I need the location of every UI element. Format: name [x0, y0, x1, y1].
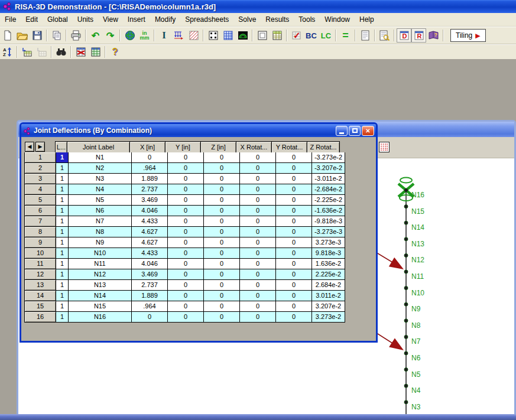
boundary-dots-icon[interactable]: [206, 28, 220, 43]
grid-cell[interactable]: 0: [276, 227, 311, 237]
grid-cell[interactable]: 0: [204, 206, 239, 216]
grid-cell[interactable]: 0: [168, 184, 203, 194]
grid-cell[interactable]: 0: [240, 195, 275, 205]
solve-check-icon[interactable]: ✓: [289, 28, 304, 43]
menu-edit[interactable]: Edit: [21, 14, 43, 25]
grid-cell[interactable]: 0: [240, 248, 275, 258]
grid-cell[interactable]: 0: [204, 259, 239, 269]
grid-cell[interactable]: 0: [204, 174, 239, 184]
row-header[interactable]: 12: [25, 269, 56, 279]
grid-cell[interactable]: 0: [276, 301, 311, 311]
grid-cell[interactable]: 0: [204, 216, 239, 226]
grid-cell[interactable]: 0: [276, 174, 311, 184]
row-header[interactable]: 11: [25, 259, 56, 269]
row-header[interactable]: 3: [25, 174, 56, 184]
help-icon[interactable]: ?: [108, 45, 122, 59]
row-header[interactable]: 8: [25, 227, 56, 237]
grid-cell[interactable]: 1: [56, 163, 68, 173]
grid-cell[interactable]: 1: [56, 237, 68, 248]
grid-cell[interactable]: 0: [168, 312, 203, 322]
insert-row-icon[interactable]: [20, 45, 34, 59]
results-report-icon[interactable]: R: [411, 28, 426, 43]
grid-cell[interactable]: 4.627: [132, 237, 167, 248]
grid-cell[interactable]: N8: [69, 227, 131, 237]
grid-cell[interactable]: 4.433: [132, 248, 167, 258]
grid-cell[interactable]: 0: [168, 152, 203, 162]
grid-cell[interactable]: N14: [69, 291, 131, 301]
grid-cell[interactable]: 0: [204, 312, 239, 322]
menu-solve[interactable]: Solve: [233, 14, 261, 25]
grid-cell[interactable]: 0: [168, 174, 203, 184]
grid-cell[interactable]: 0: [132, 312, 167, 322]
grid-cell[interactable]: 0: [204, 163, 239, 173]
grid-cell[interactable]: 0: [168, 259, 203, 269]
grid-cell[interactable]: 0: [240, 280, 275, 290]
grid-cell[interactable]: N15: [69, 301, 131, 311]
grid-cell[interactable]: 3.273e-2: [312, 312, 345, 322]
grid-cell[interactable]: 0: [204, 195, 239, 205]
grid-cell[interactable]: 0: [276, 248, 311, 258]
grid-cell[interactable]: N10: [69, 248, 131, 258]
grid-cell[interactable]: 4.046: [132, 259, 167, 269]
load-combination-icon[interactable]: LC: [319, 28, 333, 43]
find-binoculars-icon[interactable]: [54, 45, 69, 59]
grid-cell[interactable]: N5: [69, 195, 131, 205]
grid-cell[interactable]: 0: [240, 301, 275, 311]
grid-cell[interactable]: 0: [240, 163, 275, 173]
globe-icon[interactable]: [122, 28, 137, 43]
render-dome-icon[interactable]: [235, 28, 250, 43]
grid-cell[interactable]: -2.225e-2: [312, 195, 345, 205]
grid-cell[interactable]: 1: [56, 312, 68, 322]
grid-cell[interactable]: 2.737: [132, 184, 167, 194]
grid-cell[interactable]: 3.011e-2: [312, 291, 345, 301]
grid-cell[interactable]: -3.273e-3: [312, 227, 345, 237]
grid-cell[interactable]: 9.818e-3: [312, 248, 345, 258]
grid-cell[interactable]: -9.818e-3: [312, 216, 345, 226]
grid-cell[interactable]: 0: [240, 269, 275, 279]
tiling-button[interactable]: Tiling ▶: [450, 29, 486, 42]
menu-modify[interactable]: Modify: [150, 14, 180, 25]
menu-window[interactable]: Window: [320, 14, 355, 25]
mesh-grid-icon[interactable]: [220, 28, 235, 43]
grid-cell[interactable]: 0: [204, 248, 239, 258]
grid-cell[interactable]: 0: [168, 206, 203, 216]
row-header[interactable]: 10: [25, 248, 56, 258]
basic-load-case-icon[interactable]: BC: [304, 28, 319, 43]
grid-cell[interactable]: 1: [56, 216, 68, 226]
grid-cell[interactable]: 0: [204, 280, 239, 290]
nav-prev-button[interactable]: ◀: [25, 142, 34, 152]
help-book-icon[interactable]: ?: [426, 28, 441, 43]
grid-cell[interactable]: 1: [56, 259, 68, 269]
row-header[interactable]: 14: [25, 291, 56, 301]
new-file-icon[interactable]: [0, 28, 15, 43]
menu-help[interactable]: Help: [355, 14, 379, 25]
delete-row-icon[interactable]: [34, 45, 49, 59]
grid-cell[interactable]: N3: [69, 174, 131, 184]
grid-cell[interactable]: -2.684e-2: [312, 184, 345, 194]
grid-cell[interactable]: 0: [276, 152, 311, 162]
grid-cell[interactable]: 0: [204, 152, 239, 162]
grid-cell[interactable]: N9: [69, 237, 131, 248]
grid-cell[interactable]: 1: [56, 291, 68, 301]
loads-icon[interactable]: [171, 28, 186, 43]
grid-cell[interactable]: 0: [168, 269, 203, 279]
grid-cell[interactable]: 0: [168, 195, 203, 205]
grid-cell[interactable]: 4.046: [132, 206, 167, 216]
grid-cell[interactable]: 0: [276, 184, 311, 194]
grid-cell[interactable]: 0: [132, 152, 167, 162]
grid-cell[interactable]: 2.225e-2: [312, 269, 345, 279]
grid-cell[interactable]: 0: [276, 216, 311, 226]
grid-cell[interactable]: 0: [240, 184, 275, 194]
grid-cell[interactable]: 0: [204, 269, 239, 279]
grid-cell[interactable]: 0: [168, 301, 203, 311]
grid-cell[interactable]: N13: [69, 280, 131, 290]
report-preview-icon[interactable]: [377, 28, 392, 43]
print-icon[interactable]: [69, 28, 83, 43]
grid-cell[interactable]: 2.684e-2: [312, 280, 345, 290]
grid-cell[interactable]: 0: [168, 280, 203, 290]
grid-cell[interactable]: 0: [204, 227, 239, 237]
menu-units[interactable]: Units: [73, 14, 98, 25]
grid-cell[interactable]: 0: [168, 237, 203, 248]
grid-cell[interactable]: 0: [204, 184, 239, 194]
grid-cell[interactable]: 2.737: [132, 280, 167, 290]
